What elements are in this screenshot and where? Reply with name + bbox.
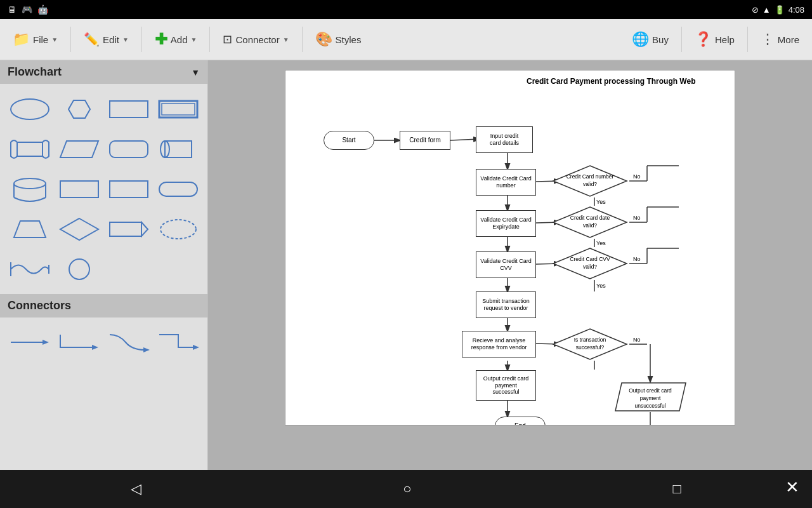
validate-date-node[interactable]: Validate Credit CardExpirydate [476, 210, 536, 237]
edit-button[interactable]: ✏️ Edit ▼ [76, 27, 136, 52]
home-button[interactable]: ○ [390, 476, 424, 502]
rounded-rect-shape[interactable] [107, 131, 151, 166]
cylinder-shape[interactable] [8, 171, 52, 206]
ellipse-shape[interactable] [8, 91, 52, 126]
svg-text:Is transaction: Is transaction [574, 337, 606, 343]
validate-cvv-node[interactable]: Validate Credit CardCVV [476, 251, 536, 278]
output-success-node[interactable]: Output credit cardpaymentsuccessful [476, 370, 536, 401]
battery-icon: 🔋 [775, 5, 785, 15]
add-button[interactable]: ✚ Add ▼ [147, 25, 205, 53]
thick-rectangle-shape[interactable] [156, 91, 200, 126]
svg-text:No: No [633, 173, 641, 180]
trapezoid-shape[interactable] [8, 211, 52, 246]
no-sign-icon: ⊘ [752, 5, 759, 15]
svg-text:Yes: Yes [596, 240, 606, 246]
buy-icon: 🌐 [632, 31, 649, 48]
svg-marker-26 [143, 347, 150, 352]
num-valid-node[interactable]: Credit Card number valid? [552, 164, 628, 197]
svg-text:Yes: Yes [596, 199, 606, 205]
diamond-shape[interactable] [57, 211, 102, 246]
tx-success-node[interactable]: Is transaction successful? [552, 328, 628, 361]
oval-dashed-shape[interactable] [156, 211, 200, 246]
svg-text:Credit Card date: Credit Card date [570, 215, 610, 221]
buy-button[interactable]: 🌐 Buy [624, 26, 676, 53]
help-label: Help [715, 34, 735, 45]
plus-icon: ✚ [155, 30, 167, 48]
start-node[interactable]: Start [324, 131, 374, 150]
svg-point-22 [69, 259, 89, 279]
elbow-connector-1[interactable] [57, 325, 102, 360]
cvv-valid-node[interactable]: Credit Card CVV valid? [552, 247, 628, 280]
separator-3 [209, 27, 210, 52]
circle-shape[interactable] [57, 251, 102, 286]
connectors-grid [0, 318, 207, 368]
connector-button[interactable]: ⊡ Connector ▼ [215, 27, 296, 51]
svg-text:payment: payment [640, 395, 661, 401]
connectors-label: Connectors [8, 299, 71, 312]
help-button[interactable]: ❓ Help [687, 26, 742, 53]
recents-button[interactable]: □ [660, 476, 694, 502]
svg-marker-24 [43, 340, 49, 345]
gamepad-icon: 🎮 [22, 4, 32, 15]
arrow-rect-shape[interactable] [107, 211, 151, 246]
android-icon: 🤖 [37, 4, 48, 15]
parallelogram-shape[interactable] [57, 131, 102, 166]
wave-shape[interactable] [8, 251, 52, 286]
separator-6 [747, 27, 748, 52]
curved-connector-1[interactable] [107, 325, 151, 360]
svg-rect-17 [110, 222, 141, 236]
status-bar: 🖥 🎮 🤖 ⊘ ▲ 🔋 4:08 [0, 0, 812, 19]
receive-resp-label: Recieve and analyseresponse from vendor [471, 337, 527, 351]
rectangle-shape[interactable] [107, 91, 151, 126]
start-label: Start [342, 137, 355, 144]
svg-text:Credit Card CVV: Credit Card CVV [570, 256, 610, 262]
status-bar-right: ⊘ ▲ 🔋 4:08 [752, 5, 804, 15]
svg-rect-2 [110, 101, 148, 117]
file-button[interactable]: 📁 File ▼ [5, 26, 65, 53]
clock: 4:08 [789, 5, 804, 15]
svg-point-19 [160, 220, 196, 239]
canvas-area[interactable]: Credit Card Payment processing Through W… [208, 60, 812, 470]
svg-rect-14 [159, 182, 197, 196]
svg-rect-4 [162, 104, 195, 115]
close-button[interactable]: ✕ [785, 478, 799, 497]
validate-cvv-label: Validate Credit CardCVV [480, 258, 531, 272]
flowchart-section-header[interactable]: Flowchart ▼ [0, 60, 207, 84]
banner-shape[interactable] [8, 131, 52, 166]
svg-marker-1 [69, 100, 90, 118]
svg-text:No: No [633, 337, 641, 343]
cylinder-horiz-shape[interactable] [156, 131, 200, 166]
flowchart-chevron-icon: ▼ [191, 67, 200, 77]
separator-4 [302, 27, 303, 52]
svg-text:Yes: Yes [596, 283, 606, 289]
styles-button[interactable]: 🎨 Styles [308, 26, 369, 53]
svg-marker-27 [193, 345, 199, 350]
rect-double-shape[interactable] [107, 171, 151, 206]
diagram-canvas: Credit Card Payment processing Through W… [285, 70, 735, 425]
elbow-connector-2[interactable] [156, 325, 200, 360]
svg-marker-18 [141, 222, 148, 236]
rounded-horiz-shape[interactable] [156, 171, 200, 206]
validate-num-node[interactable]: Validate Credit Cardnumber [476, 169, 536, 196]
output-fail-node[interactable]: Output credit card payment unsuccessful [614, 382, 687, 412]
date-valid-node[interactable]: Credit Card date valid? [552, 206, 628, 239]
receive-resp-node[interactable]: Recieve and analyseresponse from vendor [462, 331, 536, 358]
main-area: Flowchart ▼ [0, 60, 812, 470]
edit-caret-icon: ▼ [122, 36, 129, 43]
submit-tx-node[interactable]: Submit transactionrequest to vendor [476, 291, 536, 318]
help-icon: ❓ [695, 31, 712, 48]
connectors-section-header[interactable]: Connectors [0, 294, 207, 318]
hexagon-shape[interactable] [57, 91, 102, 126]
more-button[interactable]: ⋮ More [753, 26, 807, 53]
straight-connector[interactable] [8, 325, 52, 360]
left-panel: Flowchart ▼ [0, 60, 208, 470]
input-details-node[interactable]: Input creditcard details [476, 126, 533, 153]
end-node[interactable]: End [495, 417, 546, 425]
credit-form-node[interactable]: Credit form [400, 131, 450, 150]
add-label: Add [171, 34, 188, 45]
rect-open-shape[interactable] [57, 171, 102, 206]
svg-marker-25 [92, 345, 98, 350]
connector-icon: ⊡ [223, 32, 232, 46]
separator-1 [70, 27, 71, 52]
back-button[interactable]: ◁ [118, 476, 154, 502]
